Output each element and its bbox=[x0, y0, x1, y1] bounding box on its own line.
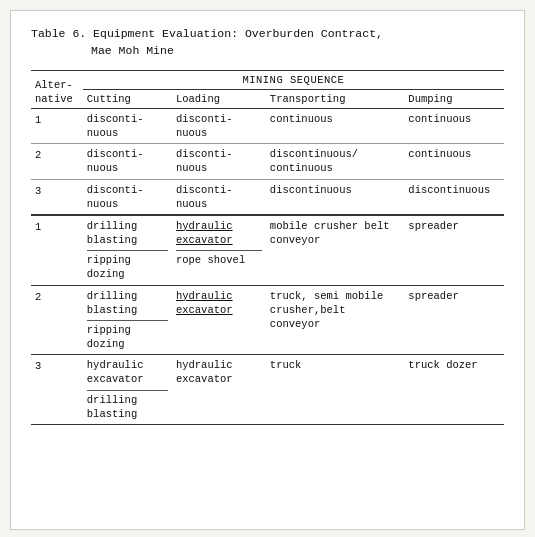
cutting-secondary: ripping dozing bbox=[87, 250, 168, 281]
cutting-primary: drilling blasting bbox=[87, 219, 168, 247]
loading-secondary: rope shovel bbox=[176, 250, 262, 267]
page-container: Table 6. Equipment Evaluation: Overburde… bbox=[10, 10, 525, 530]
transporting-cell: mobile crusher belt conveyor bbox=[266, 215, 404, 285]
alt-cell: 2 bbox=[31, 144, 83, 179]
col-header-cutting: Cutting bbox=[83, 89, 172, 108]
alt-cell: 1 bbox=[31, 108, 83, 143]
loading-cell: hydraulic excavator bbox=[172, 285, 266, 355]
col-header-dumping: Dumping bbox=[404, 89, 504, 108]
transporting-cell: truck bbox=[266, 355, 404, 425]
cutting-cell: disconti- nuous bbox=[83, 108, 172, 143]
cutting-cell: disconti- nuous bbox=[83, 179, 172, 215]
cutting-primary: hydraulic excavator bbox=[87, 358, 168, 386]
cutting-cell: drilling blasting ripping dozing bbox=[83, 215, 172, 285]
loading-cell: hydraulic excavator bbox=[172, 355, 266, 425]
dumping-cell: continuous bbox=[404, 144, 504, 179]
cutting-primary: drilling blasting bbox=[87, 289, 168, 317]
alt-header: Alter- native bbox=[31, 70, 83, 108]
main-table: Alter- native MINING SEQUENCE Cutting Lo… bbox=[31, 70, 504, 425]
mining-seq-header: MINING SEQUENCE bbox=[83, 70, 504, 89]
cutting-cell: disconti- nuous bbox=[83, 144, 172, 179]
table-row: 3 disconti- nuous disconti- nuous discon… bbox=[31, 179, 504, 215]
loading-cell: disconti- nuous bbox=[172, 108, 266, 143]
transporting-cell: discontinuous/ continuous bbox=[266, 144, 404, 179]
transporting-cell: truck, semi mobile crusher,belt conveyor bbox=[266, 285, 404, 355]
table-row: 1 drilling blasting ripping dozing hydra… bbox=[31, 215, 504, 285]
table-row: 2 disconti- nuous disconti- nuous discon… bbox=[31, 144, 504, 179]
dumping-cell: truck dozer bbox=[404, 355, 504, 425]
transporting-cell: continuous bbox=[266, 108, 404, 143]
alt-cell: 3 bbox=[31, 355, 83, 425]
cutting-cell: hydraulic excavator drilling blasting bbox=[83, 355, 172, 425]
loading-cell: disconti- nuous bbox=[172, 144, 266, 179]
cutting-cell: drilling blasting ripping dozing bbox=[83, 285, 172, 355]
alt-cell: 3 bbox=[31, 179, 83, 215]
alt-cell: 2 bbox=[31, 285, 83, 355]
dumping-cell: continuous bbox=[404, 108, 504, 143]
loading-primary: hydraulic excavator bbox=[176, 219, 262, 247]
alt-cell: 1 bbox=[31, 215, 83, 285]
table-row: 3 hydraulic excavator drilling blasting … bbox=[31, 355, 504, 425]
loading-cell: disconti- nuous bbox=[172, 179, 266, 215]
dumping-cell: discontinuous bbox=[404, 179, 504, 215]
dumping-cell: spreader bbox=[404, 285, 504, 355]
dumping-cell: spreader bbox=[404, 215, 504, 285]
table-row: 2 drilling blasting ripping dozing hydra… bbox=[31, 285, 504, 355]
transporting-cell: discontinuous bbox=[266, 179, 404, 215]
table-row: 1 disconti- nuous disconti- nuous contin… bbox=[31, 108, 504, 143]
cutting-secondary: drilling blasting bbox=[87, 390, 168, 421]
loading-cell: hydraulic excavator rope shovel bbox=[172, 215, 266, 285]
col-header-loading: Loading bbox=[172, 89, 266, 108]
cutting-secondary: ripping dozing bbox=[87, 320, 168, 351]
title-line2: Mae Moh Mine bbox=[31, 44, 174, 57]
table-title: Table 6. Equipment Evaluation: Overburde… bbox=[31, 25, 504, 60]
loading-primary: hydraulic excavator bbox=[176, 289, 262, 317]
title-line1: Table 6. Equipment Evaluation: Overburde… bbox=[31, 27, 383, 40]
col-header-transporting: Transporting bbox=[266, 89, 404, 108]
loading-primary: hydraulic excavator bbox=[176, 358, 262, 386]
